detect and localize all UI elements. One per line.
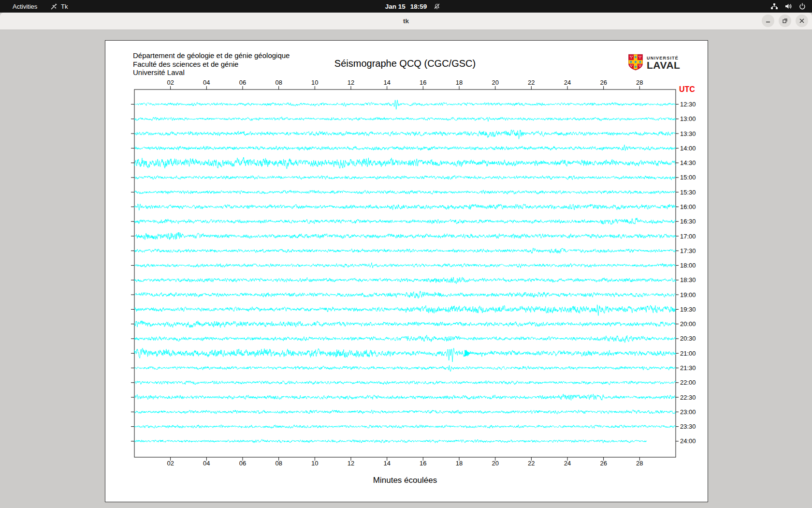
seismic-trace [134, 263, 676, 268]
x-tick-label-top: 10 [311, 79, 318, 86]
seismic-trace [134, 204, 676, 210]
trace-time-label: 23:00 [680, 408, 696, 416]
trace-time-label: 24:00 [680, 437, 696, 445]
trace-time-label: 21:30 [680, 364, 696, 372]
trace-time-label: 18:30 [680, 276, 696, 284]
x-tick-label-bottom: 22 [528, 460, 535, 467]
x-tick-label-top: 08 [275, 79, 282, 86]
event-wedge [464, 350, 471, 357]
volume-icon [784, 2, 792, 10]
axis-labels: 0202040406060808101012121414161618182020… [167, 79, 696, 467]
x-tick-label-bottom: 10 [311, 460, 318, 467]
x-axis-title: Minutes écoulées [134, 476, 676, 485]
top-bar: Activities Tk Jan 15 18:59 [0, 0, 812, 13]
x-tick-label-bottom: 14 [383, 460, 390, 467]
seismogram-traces [134, 100, 676, 443]
seismic-trace [134, 305, 676, 316]
x-tick-label-top: 24 [564, 79, 571, 86]
x-tick-label-bottom: 06 [239, 460, 246, 467]
plot-axes [131, 86, 679, 461]
tk-app-background: Département de géologie et de génie géol… [0, 30, 812, 508]
x-tick-label-bottom: 04 [203, 460, 210, 467]
seismic-trace [134, 157, 676, 169]
trace-time-label: 22:30 [680, 394, 696, 401]
maximize-button[interactable] [779, 15, 791, 27]
trace-time-label: 19:00 [680, 291, 696, 299]
seismic-trace [134, 410, 676, 414]
trace-time-label: 17:30 [680, 247, 696, 254]
trace-time-label: 14:00 [680, 145, 696, 152]
trace-time-label: 13:00 [680, 115, 696, 122]
trace-time-label: 16:30 [680, 218, 696, 225]
trace-time-label: 23:30 [680, 423, 696, 430]
x-tick-label-top: 22 [528, 79, 535, 86]
power-icon [798, 2, 806, 10]
seismic-trace [134, 232, 676, 239]
trace-time-label: 13:30 [680, 130, 696, 137]
trace-time-label: 18:00 [680, 262, 696, 269]
minimize-button[interactable] [762, 15, 774, 27]
trace-time-label: 21:00 [680, 350, 696, 357]
x-tick-label-top: 16 [420, 79, 426, 86]
x-tick-label-top: 12 [348, 79, 354, 86]
x-tick-label-top: 14 [383, 79, 390, 86]
seismic-trace [134, 130, 676, 139]
window-title-bar[interactable]: tk [0, 13, 812, 30]
seismic-trace [134, 365, 676, 372]
network-wired-icon [770, 2, 778, 10]
trace-time-label: 15:30 [680, 189, 696, 196]
seismic-trace [134, 321, 676, 328]
x-tick-label-bottom: 16 [420, 460, 426, 467]
seismic-trace [134, 394, 676, 401]
x-tick-label-bottom: 02 [167, 460, 174, 467]
utc-label: UTC [679, 85, 695, 93]
seismic-trace [134, 248, 676, 254]
seismic-trace [134, 291, 676, 299]
x-tick-label-top: 20 [492, 79, 498, 86]
seismic-trace [134, 335, 676, 343]
x-tick-label-bottom: 26 [600, 460, 607, 467]
seismic-trace [134, 348, 676, 362]
seismic-trace [134, 100, 676, 110]
trace-time-label: 16:00 [680, 203, 696, 210]
helicorder-plot: 0202040406060808101012121414161618182020… [105, 41, 708, 502]
trace-time-label: 17:00 [680, 233, 696, 240]
x-tick-label-bottom: 12 [348, 460, 354, 467]
seismic-trace [134, 175, 676, 179]
x-tick-label-top: 02 [167, 79, 174, 86]
trace-time-label: 12:30 [680, 101, 696, 108]
x-tick-label-bottom: 18 [456, 460, 463, 467]
trace-time-label: 19:30 [680, 306, 696, 313]
seismic-trace [134, 381, 676, 385]
window-title: tk [0, 13, 812, 30]
close-button[interactable] [796, 15, 808, 27]
seismic-trace [134, 145, 676, 151]
seismic-trace [134, 277, 676, 284]
seismic-trace [134, 218, 676, 224]
seismic-trace [134, 190, 676, 194]
x-tick-label-top: 04 [203, 79, 210, 86]
trace-time-label: 22:00 [680, 379, 696, 386]
x-tick-label-bottom: 20 [492, 460, 498, 467]
trace-time-label: 15:00 [680, 174, 696, 181]
notifications-disabled-icon [433, 2, 441, 10]
x-tick-label-bottom: 08 [275, 460, 282, 467]
plot-border [134, 90, 676, 457]
clock[interactable]: Jan 15 18:59 [0, 0, 812, 13]
trace-time-label: 20:30 [680, 335, 696, 342]
x-tick-label-top: 18 [456, 79, 463, 86]
trace-time-label: 14:30 [680, 159, 696, 166]
system-tray[interactable] [770, 0, 806, 13]
seismic-trace [134, 425, 676, 429]
clock-time: 18:59 [410, 3, 427, 10]
x-tick-label-top: 28 [636, 79, 643, 86]
x-tick-label-top: 06 [239, 79, 246, 86]
x-tick-label-top: 26 [600, 79, 607, 86]
seismic-trace [134, 117, 676, 121]
x-tick-label-bottom: 24 [564, 460, 571, 467]
clock-date: Jan 15 [385, 3, 406, 10]
x-tick-label-bottom: 28 [636, 460, 643, 467]
trace-time-label: 20:00 [680, 320, 696, 328]
seismic-trace [134, 439, 647, 443]
seismograph-canvas: Département de géologie et de génie géol… [105, 40, 708, 502]
